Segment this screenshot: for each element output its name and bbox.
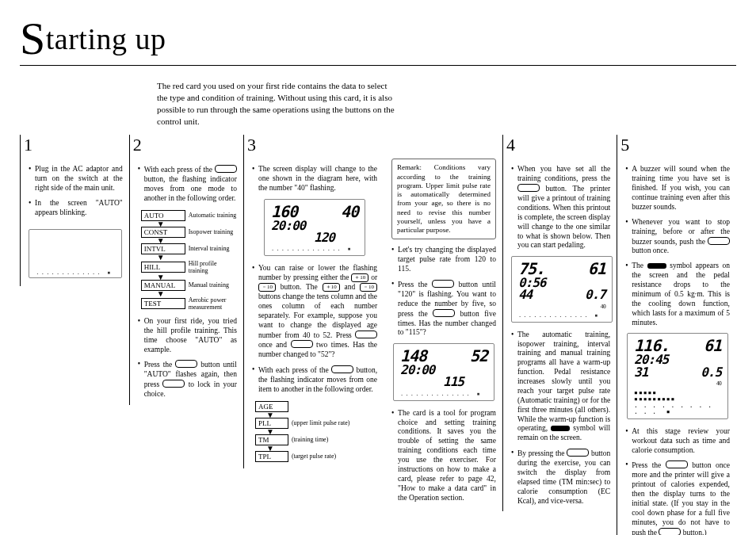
plus10-icon-2: ＋10	[323, 283, 340, 292]
c3-item-1: The screen display will change to the on…	[252, 165, 377, 193]
c5-item-1: When you have set all the training condi…	[511, 165, 610, 250]
c1-item-1: Plug in the AC adaptor and turn on the s…	[29, 165, 123, 193]
c2-item-1: With each press of the button, the flash…	[138, 165, 237, 204]
step-number-1: 1	[24, 135, 123, 155]
lcd-placeholder-1: . . . . . . . . . . . . . ▪	[29, 229, 122, 278]
lcd-display-3: 75.61 0:56 440.7 40 . . . . . . . . . . …	[511, 256, 613, 322]
c4-item-1: Let's try changing the displayed target …	[391, 246, 496, 274]
c1-item-2: In the screen "AUTO" appears blinking.	[29, 199, 123, 218]
stop-btn-icon	[708, 237, 730, 245]
mode-hill: HILL	[141, 262, 185, 273]
lcd-display-4: 116.61 20:45 310.5 40 ▪▪▪▪▪▪▪▪▪▪▪▪▪▪. . …	[627, 333, 728, 418]
c6-item-3: The symbol appears on the screen and the…	[625, 262, 730, 327]
c4-item-3: The card is a tool for program choice an…	[391, 409, 496, 503]
lcd-display-2: 14852 20:00 115 . . . . . . . . . . . . …	[393, 343, 494, 400]
item-btn-icon-2	[432, 280, 454, 288]
item-btn-icon	[331, 365, 353, 373]
enter-btn-icon	[162, 380, 185, 388]
c5-item-3: By pressing the button during the exerci…	[511, 449, 610, 506]
step-number-5: 5	[620, 135, 730, 155]
stop-btn-icon-3	[659, 528, 681, 536]
c4-item-2: Press the button until "120" is flashing…	[391, 280, 496, 338]
c6-item-4: At this stage review your workout data s…	[625, 427, 730, 456]
minus-btn-icon	[433, 309, 455, 317]
c6-item-2: Whenever you want to stop training, befo…	[625, 218, 730, 257]
plus10-icon: ＋10	[351, 273, 368, 282]
c6-item-5: Press the button once more and the print…	[625, 460, 730, 535]
minus10-icon-2: －10	[360, 283, 377, 292]
start-btn-icon	[517, 184, 540, 192]
page-title: Starting up	[20, 22, 166, 55]
display-btn-icon	[567, 449, 589, 457]
page-title-row: Starting up	[20, 12, 736, 66]
c2-item-2: On your first ride, you tried the hill p…	[138, 317, 237, 355]
c6-item-1: A buzzer will sound when the training ti…	[625, 165, 730, 212]
column-3b: Remark: Conditions vary according to the…	[384, 135, 502, 508]
step-number-3: 3	[247, 135, 377, 155]
cooldown-symbol-icon	[647, 263, 666, 269]
age-table: AGE ▼ PLL(upper limit pulse rate) ▼ TM(t…	[255, 401, 377, 462]
column-2: 2 With each press of the button, the fla…	[129, 135, 243, 405]
warmup-symbol-icon	[551, 426, 570, 431]
mode-table: AUTOAutomatic training ▼ CONSTIsopower t…	[141, 210, 237, 311]
lcd-display-1: 16040 20:00 120 . . . . . . . . . . . . …	[264, 199, 365, 256]
stop-btn-icon-2	[666, 460, 688, 468]
plus-btn-icon	[355, 331, 377, 338]
step-number-2: 2	[133, 135, 237, 155]
column-3: 3 The screen display will change to the …	[243, 135, 384, 468]
remark-box: Remark: Conditions vary according to the…	[391, 159, 496, 239]
step-number-4: 4	[506, 135, 610, 155]
mode-button-icon	[215, 165, 237, 173]
mode-test: TEST	[141, 298, 185, 309]
tpl-box: TPL	[255, 451, 288, 462]
column-1: 1 Plug in the AC adaptor and turn on the…	[20, 135, 129, 285]
column-5: 5 A buzzer will sound when the training …	[617, 135, 736, 535]
c3-item-3: With each press of the button, the flash…	[252, 365, 377, 395]
c2-item-3: Press the button until "AUTO" flashes ag…	[138, 360, 237, 399]
c3-item-2: You can raise or lower the flashing numb…	[252, 264, 377, 360]
minus10-icon: －10	[258, 283, 276, 292]
c5-item-2: The automatic training, isopower trainin…	[511, 331, 610, 444]
intro-paragraph: The red card you used on your first ride…	[157, 80, 395, 127]
mode-btn-icon	[175, 360, 197, 368]
column-4: 4 When you have set all the training con…	[502, 135, 617, 511]
plus-btn-icon-2	[291, 340, 313, 348]
